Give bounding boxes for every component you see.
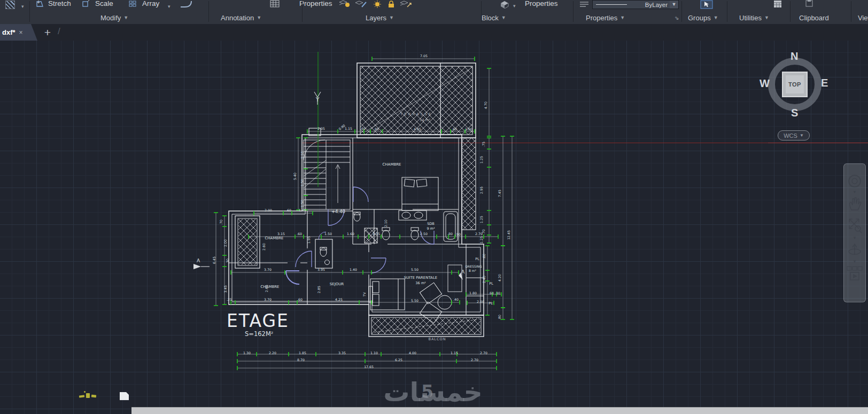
- ribbon: ▾ Stretch Scale Array ▾ Properties: [0, 0, 868, 25]
- dim-text: .60: [360, 127, 366, 130]
- panel-annotation[interactable]: Annotation▼: [221, 13, 261, 22]
- layer-properties-button[interactable]: Properties: [299, 0, 332, 9]
- showmotion-icon[interactable]: [844, 265, 865, 287]
- room-label: BALCON: [428, 337, 446, 341]
- viewcube-top-face[interactable]: TOP: [782, 72, 808, 97]
- dim-text: 1.80: [469, 291, 477, 295]
- panel-modify[interactable]: Modify▼: [100, 13, 128, 22]
- dim-text: 8.70: [297, 358, 305, 362]
- orbit-dropdown-arrow[interactable]: ▼: [844, 259, 865, 264]
- room-label: TV: [362, 292, 366, 297]
- room-label: 36 m²: [415, 281, 426, 285]
- zoom-dropdown-arrow[interactable]: ▼: [844, 236, 865, 240]
- navbar-customize-icon[interactable]: [858, 166, 864, 171]
- scale-button[interactable]: Scale: [95, 0, 113, 9]
- zoom-extents-icon[interactable]: [844, 216, 865, 236]
- panel-block[interactable]: Block▼: [482, 13, 506, 22]
- pan-hand-icon[interactable]: [844, 196, 865, 214]
- room-label: CHAMBRE: [265, 236, 283, 240]
- scale-icon[interactable]: [81, 0, 91, 8]
- stretch-button[interactable]: Stretch: [48, 0, 71, 9]
- dim-text: 1.35: [373, 232, 380, 236]
- panel-view[interactable]: View: [858, 13, 868, 22]
- dim-text: .75: [482, 142, 485, 147]
- new-tab-button[interactable]: +: [41, 26, 55, 39]
- file-tab-dxf[interactable]: dxf* ×: [0, 24, 37, 41]
- group-selection-icon[interactable]: [700, 0, 715, 9]
- plan-area-label: S=162M²: [245, 330, 273, 338]
- dim-text: 4.20: [498, 274, 501, 282]
- room-label: SEJOUR: [330, 282, 344, 286]
- dim-text: 3.15: [277, 232, 285, 236]
- viewcube-west[interactable]: W: [759, 77, 770, 90]
- dim-text: 6.45: [212, 256, 216, 264]
- fillet-icon[interactable]: [180, 0, 193, 8]
- linetype-dropdown-arrow[interactable]: ▼: [670, 1, 678, 9]
- dim-text: 2.00: [477, 300, 484, 303]
- linetype-value: ByLayer: [630, 2, 670, 8]
- steering-wheel-icon[interactable]: [844, 174, 865, 191]
- properties-expand-arrow[interactable]: ⇘: [675, 15, 679, 21]
- dim-text: 1.50: [300, 200, 304, 207]
- viewcube-east[interactable]: E: [821, 77, 828, 89]
- dim-text: 2.40: [482, 276, 486, 283]
- layer-lock-icon[interactable]: [387, 0, 396, 9]
- viewcube-south[interactable]: S: [791, 107, 798, 119]
- layer-freeze-sun-icon[interactable]: [373, 0, 382, 9]
- array-icon[interactable]: [128, 0, 138, 8]
- utilities-grid-icon[interactable]: [773, 0, 782, 8]
- stairs: [304, 140, 350, 209]
- dim-text: 2.70: [475, 232, 483, 236]
- panel-layers[interactable]: Layers▼: [366, 13, 394, 22]
- array-flyout-arrow[interactable]: ▾: [168, 3, 170, 11]
- dim-text: .80: [498, 315, 501, 320]
- dim-text: 1.15: [345, 127, 352, 130]
- dim-text: 2.70: [480, 351, 487, 355]
- layer-on-icon[interactable]: [339, 0, 351, 9]
- dim-text: 2.85: [317, 286, 321, 293]
- ucs-y-axis: [314, 52, 321, 187]
- dim-text: 3.70: [264, 268, 272, 271]
- layer-edit-icon[interactable]: [355, 0, 368, 9]
- dim-text: 1.40: [350, 268, 357, 271]
- tab-close-icon[interactable]: ×: [19, 29, 23, 36]
- wcs-menu[interactable]: WCS▼: [778, 130, 810, 140]
- stretch-icon[interactable]: [35, 0, 45, 8]
- insert-block-icon[interactable]: [499, 0, 510, 9]
- dim-text: 2.00: [223, 239, 227, 247]
- dim-text: .30: [226, 259, 229, 264]
- dim-text: 2.50: [420, 232, 428, 236]
- dim-text: .60: [482, 254, 486, 259]
- panel-groups[interactable]: Groups▼: [688, 13, 718, 22]
- yellow-mark: [86, 393, 90, 398]
- paste-icon[interactable]: [805, 0, 813, 7]
- drawing-canvas[interactable]: 7.052.051.15.60.804.05.601.004.70.751.25…: [0, 41, 868, 414]
- panel-properties[interactable]: Properties▼: [586, 13, 625, 22]
- dim-text: 3.45: [223, 285, 227, 293]
- dim-text: 1.50: [300, 179, 304, 186]
- linetype-combobox[interactable]: ByLayer ▼: [592, 0, 679, 9]
- dim-text: .60: [297, 232, 302, 236]
- orbit-icon[interactable]: [844, 242, 865, 260]
- dim-text: 2.20: [269, 351, 276, 355]
- panel-clipboard[interactable]: Clipboard: [799, 13, 829, 22]
- match-properties-button[interactable]: Properties: [525, 0, 558, 9]
- hatch-areas: [238, 66, 480, 334]
- layer-match-icon[interactable]: [400, 0, 413, 9]
- wheel-dropdown-arrow[interactable]: ▼: [844, 190, 865, 194]
- array-button[interactable]: Array: [142, 0, 159, 9]
- dim-text: 2.10: [300, 151, 304, 159]
- dim-text: 3.95: [317, 268, 325, 271]
- dim-text: .60: [297, 298, 303, 301]
- hatch-flyout-arrow[interactable]: ▾: [21, 3, 24, 11]
- dim-text: 1.60: [347, 232, 354, 236]
- panel-utilities[interactable]: Utilities▼: [739, 13, 769, 22]
- hatch-icon[interactable]: [5, 1, 15, 9]
- table-icon[interactable]: [270, 0, 280, 8]
- dim-text: 2.70: [471, 358, 478, 362]
- block-flyout-arrow[interactable]: ▾: [513, 2, 516, 11]
- dim-text: .30: [495, 291, 500, 295]
- command-dock-bar[interactable]: [131, 407, 868, 414]
- viewcube-north[interactable]: N: [790, 50, 798, 63]
- room-label: CHAMBRE: [382, 162, 401, 167]
